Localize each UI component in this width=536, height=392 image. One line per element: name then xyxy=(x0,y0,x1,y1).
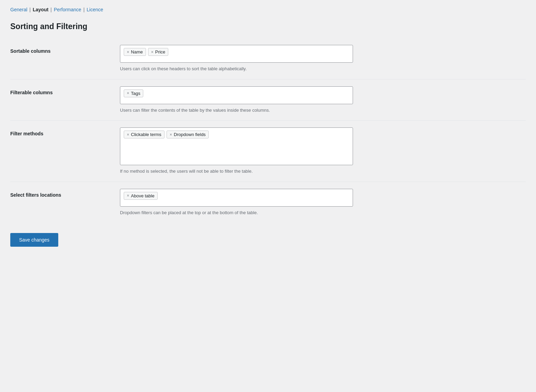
tag-name-label: Name xyxy=(131,49,143,54)
filter-methods-input[interactable]: × Clickable terms × Dropdown fields xyxy=(120,127,353,165)
tag-dropdown-fields: × Dropdown fields xyxy=(167,131,209,138)
select-filters-locations-input[interactable]: × Above table xyxy=(120,189,353,207)
sortable-columns-control: × Name × Price Users can click on these … xyxy=(120,45,526,72)
page-title: Sorting and Filtering xyxy=(10,22,526,31)
tag-clickable-terms-remove-icon[interactable]: × xyxy=(127,133,129,137)
tag-price-remove-icon[interactable]: × xyxy=(151,50,154,54)
nav-separator-3: | xyxy=(83,7,85,12)
nav-separator-1: | xyxy=(29,7,31,12)
select-filters-locations-label: Select filters locations xyxy=(10,189,120,198)
filter-methods-description: If no method is selected, the users will… xyxy=(120,168,526,175)
nav-separator-2: | xyxy=(50,7,52,12)
filterable-columns-input[interactable]: × Tags xyxy=(120,86,353,104)
tag-name-remove-icon[interactable]: × xyxy=(127,50,129,54)
save-button[interactable]: Save changes xyxy=(10,233,58,247)
tag-above-table: × Above table xyxy=(124,192,158,200)
sortable-columns-description: Users can click on these headers to sort… xyxy=(120,65,526,72)
tag-tags: × Tags xyxy=(124,89,143,97)
filterable-columns-description: Users can filter the contents of the tab… xyxy=(120,107,526,114)
select-filters-locations-description: Dropdown filters can be placed at the to… xyxy=(120,209,526,216)
tag-name: × Name xyxy=(124,48,146,56)
tag-tags-label: Tags xyxy=(131,91,140,96)
tag-dropdown-fields-remove-icon[interactable]: × xyxy=(170,133,172,137)
filterable-columns-control: × Tags Users can filter the contents of … xyxy=(120,86,526,114)
tag-above-table-label: Above table xyxy=(131,193,155,198)
nav-link-layout: Layout xyxy=(33,7,48,12)
settings-table: Sortable columns × Name × Price Users ca… xyxy=(10,41,526,223)
sortable-columns-label: Sortable columns xyxy=(10,45,120,54)
tag-clickable-terms: × Clickable terms xyxy=(124,131,165,138)
nav-link-general[interactable]: General xyxy=(10,7,27,12)
nav-bar: General | Layout | Performance | Licence xyxy=(10,7,526,12)
sortable-columns-input[interactable]: × Name × Price xyxy=(120,45,353,63)
nav-link-licence[interactable]: Licence xyxy=(87,7,103,12)
tag-price: × Price xyxy=(148,48,169,56)
settings-row-filter-methods: Filter methods × Clickable terms × Dropd… xyxy=(10,120,526,182)
settings-row-sortable-columns: Sortable columns × Name × Price Users ca… xyxy=(10,41,526,79)
select-filters-locations-control: × Above table Dropdown filters can be pl… xyxy=(120,189,526,216)
filter-methods-control: × Clickable terms × Dropdown fields If n… xyxy=(120,127,526,175)
settings-row-select-filters-locations: Select filters locations × Above table D… xyxy=(10,182,526,223)
settings-row-filterable-columns: Filterable columns × Tags Users can filt… xyxy=(10,79,526,121)
nav-link-performance[interactable]: Performance xyxy=(54,7,81,12)
tag-tags-remove-icon[interactable]: × xyxy=(127,91,129,95)
filter-methods-label: Filter methods xyxy=(10,127,120,136)
tag-clickable-terms-label: Clickable terms xyxy=(131,132,161,137)
tag-dropdown-fields-label: Dropdown fields xyxy=(174,132,206,137)
tag-above-table-remove-icon[interactable]: × xyxy=(127,194,129,198)
tag-price-label: Price xyxy=(155,49,166,54)
filterable-columns-label: Filterable columns xyxy=(10,86,120,95)
